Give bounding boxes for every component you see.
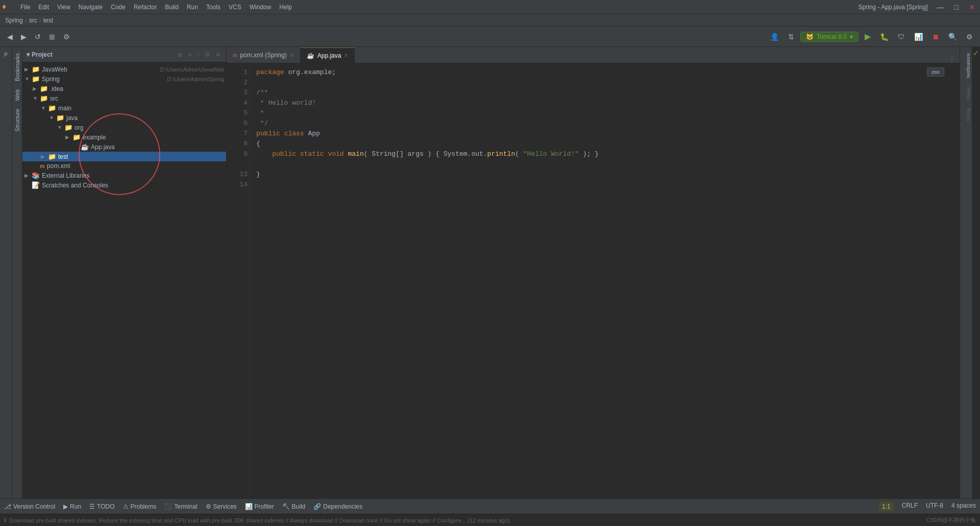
breadcrumb-src[interactable]: src xyxy=(29,17,37,24)
tree-item-src[interactable]: ▼ 📁 src xyxy=(22,93,226,103)
charset-label[interactable]: UTF-8 xyxy=(926,502,943,511)
build-status[interactable]: 🔨 Build xyxy=(282,503,306,510)
editor-hint: m≡ xyxy=(927,67,944,77)
code-content[interactable]: package org.example; /** * Hello world! … xyxy=(250,63,960,498)
web-tab[interactable]: Web xyxy=(13,85,21,105)
vcs-icon: ⎇ xyxy=(4,503,11,510)
arrow-spring: ▼ xyxy=(24,76,32,82)
menu-tools[interactable]: Tools xyxy=(202,3,225,12)
menu-refactor[interactable]: Refactor xyxy=(130,3,161,12)
project-icon[interactable]: P xyxy=(1,49,12,60)
close-button[interactable]: ✕ xyxy=(966,1,978,13)
line-col-indicator[interactable]: 1:1 xyxy=(879,502,894,511)
editor-area: m pom.xml (Spring) ✕ ☕ App.java ✕ ⋮ 1 2 … xyxy=(227,47,960,498)
account-button[interactable]: 👤 xyxy=(767,31,782,43)
indent-label[interactable]: 4 spaces xyxy=(951,502,976,511)
search-button[interactable]: 🔍 xyxy=(945,31,960,43)
maven-panel[interactable]: Maven xyxy=(961,82,972,104)
maximize-button[interactable]: □ xyxy=(951,1,962,13)
label-example: example xyxy=(83,134,224,141)
menu-view[interactable]: View xyxy=(53,3,75,12)
tab-more-button[interactable]: ⋮ xyxy=(944,55,960,63)
minimize-button[interactable]: — xyxy=(934,1,947,13)
hide-button[interactable]: ✕ xyxy=(214,50,222,59)
collapse-button[interactable]: ≡ xyxy=(186,50,193,59)
refresh-button[interactable]: ↺ xyxy=(32,31,44,43)
tree-item-pomxml[interactable]: m pom.xml xyxy=(22,161,226,171)
tree-item-javaweb[interactable]: ▶ 📁 JavaWeb D:\Users\Admin\JavaWeb xyxy=(22,64,226,74)
tab-pomxml-close[interactable]: ✕ xyxy=(290,53,294,58)
tree-item-main[interactable]: ▼ 📁 main xyxy=(22,103,226,113)
locate-button[interactable]: ⊕ xyxy=(176,50,184,59)
terminal-status[interactable]: ⬛ Terminal xyxy=(164,503,197,510)
menu-edit[interactable]: Edit xyxy=(34,3,53,12)
services-status[interactable]: ⚙ Services xyxy=(206,503,237,510)
dependencies-icon: 🔗 xyxy=(313,503,321,510)
menu-vcs[interactable]: VCS xyxy=(225,3,246,12)
label-idea: .idea xyxy=(50,85,224,92)
breadcrumb-sep2: › xyxy=(39,17,41,24)
tree-item-idea[interactable]: ▶ 📁 .idea xyxy=(22,84,226,93)
menu-file[interactable]: File xyxy=(16,3,34,12)
todo-status[interactable]: ☰ TODO xyxy=(89,503,114,510)
java-icon-appjava: ☕ xyxy=(81,143,89,151)
arrow-pomxml xyxy=(33,163,40,169)
menu-code[interactable]: Code xyxy=(107,3,130,12)
icon-scratches: 📝 xyxy=(32,181,40,189)
sort-button[interactable]: ↕ xyxy=(195,50,201,59)
gear-button[interactable]: ⚙ xyxy=(963,31,976,43)
bottom-right: CSDN@不胖的小兔 xyxy=(926,516,976,524)
encoding-label[interactable]: CRLF xyxy=(902,502,918,511)
tree-item-org[interactable]: ▼ 📁 org xyxy=(22,123,226,132)
label-src: src xyxy=(50,95,224,102)
settings-panel-button[interactable]: ⚙ xyxy=(203,50,212,59)
tree-item-example[interactable]: ▶ 📁 example xyxy=(22,132,226,142)
tree-item-test[interactable]: ▶ 📁 test xyxy=(22,152,226,161)
spring-panel[interactable]: Spring xyxy=(961,104,972,126)
panel-title-label: Project xyxy=(32,51,53,58)
settings-button[interactable]: ⚙ xyxy=(60,31,73,43)
problems-status[interactable]: ⚠ Problems xyxy=(123,503,157,510)
csdn-label: CSDN@不胖的小兔 xyxy=(926,516,976,524)
tab-appjava[interactable]: ☕ App.java ✕ xyxy=(301,47,355,63)
menu-window[interactable]: Window xyxy=(246,3,276,12)
stop-button[interactable]: ⏹ xyxy=(929,31,942,43)
project-dropdown-icon[interactable]: ▾ xyxy=(27,51,30,58)
forward-button[interactable]: ▶ xyxy=(18,31,30,43)
panel-header: ▾ Project ⊕ ≡ ↕ ⚙ ✕ xyxy=(22,47,226,62)
menu-run[interactable]: Run xyxy=(183,3,202,12)
menu-navigate[interactable]: Navigate xyxy=(75,3,107,12)
menu-build[interactable]: Build xyxy=(161,3,183,12)
tree-item-spring[interactable]: ▼ 📁 Spring D:\Users\Admin\Spring xyxy=(22,74,226,84)
tree-item-java[interactable]: ▼ 📁 java xyxy=(22,113,226,123)
tab-appjava-close[interactable]: ✕ xyxy=(344,53,348,58)
toolbar-left: ◀ ▶ ↺ ⊞ ⚙ xyxy=(4,31,73,43)
run-button[interactable]: ▶ xyxy=(862,30,874,43)
tree-item-libraries[interactable]: ▶ 📚 External Libraries xyxy=(22,171,226,180)
folder-icon-java: 📁 xyxy=(56,114,64,122)
bookmarks-tab[interactable]: Bookmarks xyxy=(13,49,21,85)
dependencies-status[interactable]: 🔗 Dependencies xyxy=(313,503,362,510)
sublabel-javaweb: D:\Users\Admin\JavaWeb xyxy=(160,66,224,73)
vcs-button[interactable]: ⇅ xyxy=(785,31,797,43)
run-label: Run xyxy=(70,503,81,510)
menu-help[interactable]: Help xyxy=(275,3,296,12)
tab-pomxml[interactable]: m pom.xml (Spring) ✕ xyxy=(227,47,301,63)
project-structure-button[interactable]: ⊞ xyxy=(46,31,58,43)
coverage-button[interactable]: 🛡 xyxy=(895,31,908,43)
notifications-panel[interactable]: Notifications xyxy=(961,49,972,82)
run-configuration[interactable]: 🐱 Tomcat 8.0 ▾ xyxy=(800,32,859,42)
version-control-status[interactable]: ⎇ Version Control xyxy=(4,503,55,510)
debug-button[interactable]: 🐛 xyxy=(877,31,892,43)
profile-button[interactable]: 📊 xyxy=(911,31,926,43)
tree-item-scratches[interactable]: 📝 Scratches and Consoles xyxy=(22,180,226,190)
run-status[interactable]: ▶ Run xyxy=(63,503,81,510)
breadcrumb-spring[interactable]: Spring xyxy=(5,17,23,24)
back-button[interactable]: ◀ xyxy=(4,31,16,43)
tree-item-appjava[interactable]: ☕ App.java xyxy=(22,142,226,152)
services-icon: ⚙ xyxy=(206,503,211,510)
profiler-status[interactable]: 📊 Profiler xyxy=(245,503,274,510)
problems-icon: ⚠ xyxy=(123,503,129,510)
breadcrumb-test[interactable]: test xyxy=(43,17,53,24)
structure-tab[interactable]: Structure xyxy=(13,105,21,136)
